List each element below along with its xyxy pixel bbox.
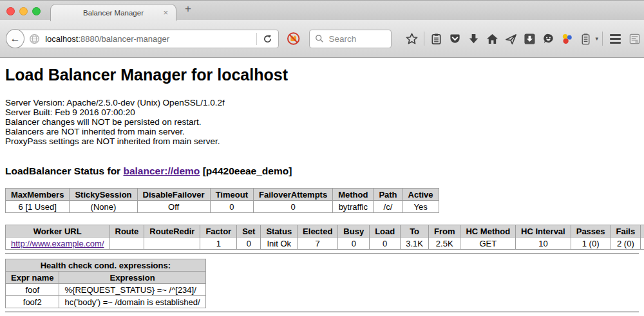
column-header: HC Interval bbox=[516, 225, 571, 237]
page-grid-icon[interactable] bbox=[629, 33, 641, 45]
tab-close-icon[interactable]: × bbox=[163, 8, 168, 17]
window-minimize-button[interactable] bbox=[19, 7, 28, 15]
column-header: Timeout bbox=[210, 189, 253, 201]
downloads-icon[interactable] bbox=[468, 33, 480, 45]
new-tab-button[interactable]: + bbox=[185, 3, 191, 15]
battery-list-icon[interactable] bbox=[580, 33, 592, 45]
globe-icon bbox=[29, 33, 40, 44]
column-header: FailoverAttempts bbox=[253, 189, 332, 201]
cell-passes: 1 (0) bbox=[571, 237, 611, 250]
cell-expr-name: foof bbox=[6, 284, 59, 296]
table-header-row: Expr name Expression bbox=[6, 272, 206, 284]
url-input[interactable]: localhost:8880/balancer-manager bbox=[45, 34, 169, 44]
column-header: Path bbox=[374, 189, 402, 201]
cell-busy: 0 bbox=[338, 237, 370, 250]
balancer-heading-prefix: LoadBalancer Status for bbox=[5, 165, 123, 176]
server-built-line: Server Built: Feb 9 2016 07:00:20 bbox=[5, 107, 639, 117]
column-header: RouteRedir bbox=[144, 225, 200, 237]
column-header: StickySession bbox=[70, 189, 137, 201]
search-icon bbox=[315, 34, 324, 43]
cell-method: bytraffic bbox=[333, 201, 374, 213]
search-input[interactable] bbox=[328, 33, 389, 44]
clipboard-icon[interactable] bbox=[430, 33, 442, 45]
cell-timeout: 0 bbox=[210, 201, 253, 213]
worker-status-table: Worker URL Route RouteRedir Factor Set S… bbox=[5, 225, 644, 250]
chat-smiley-icon[interactable] bbox=[542, 33, 554, 45]
page-title: Load Balancer Manager for localhost bbox=[5, 66, 639, 84]
send-plane-icon[interactable] bbox=[505, 33, 517, 45]
table-header-row: MaxMembers StickySession DisableFailover… bbox=[6, 189, 439, 201]
table-row: foof %{REQUEST_STATUS} =~ /^[234]/ bbox=[6, 284, 206, 296]
proxypass-notice-line: ProxyPass settings are NOT inherited fro… bbox=[5, 136, 639, 146]
menu-hamburger-icon[interactable] bbox=[610, 34, 621, 44]
back-button[interactable]: ← bbox=[6, 29, 24, 48]
column-header: HC uri bbox=[641, 225, 644, 237]
column-header: From bbox=[428, 225, 460, 237]
url-bar[interactable]: localhost:8880/balancer-manager bbox=[14, 30, 279, 48]
cell-maxmembers: 6 [1 Used] bbox=[6, 201, 70, 213]
toolbar-separator bbox=[424, 32, 424, 46]
cell-route bbox=[109, 237, 144, 250]
cell-expression: %{REQUEST_STATUS} =~ /^[234]/ bbox=[59, 284, 205, 296]
column-header: Set bbox=[237, 225, 261, 237]
column-header: Status bbox=[261, 225, 298, 237]
home-icon[interactable] bbox=[486, 33, 498, 45]
column-header: Passes bbox=[571, 225, 611, 237]
cell-factor: 1 bbox=[200, 237, 237, 250]
column-header: Load bbox=[370, 225, 401, 237]
balancer-heading: LoadBalancer Status for balancer://demo … bbox=[5, 165, 639, 177]
worker-url-link[interactable]: http://www.example.com/ bbox=[11, 239, 104, 248]
cell-worker-url: http://www.example.com/ bbox=[6, 237, 110, 250]
search-bar[interactable] bbox=[309, 30, 392, 48]
chevron-down-icon[interactable]: ▾ bbox=[595, 35, 598, 42]
toolbar-separator bbox=[602, 32, 603, 46]
table-row: http://www.example.com/ 1 0 Init Ok 7 0 … bbox=[6, 237, 644, 250]
window-close-button[interactable] bbox=[6, 7, 15, 15]
cell-failoverattempts: 0 bbox=[253, 201, 332, 213]
cell-stickysession: (None) bbox=[70, 201, 137, 213]
health-check-table: Health check cond. expressions: Expr nam… bbox=[5, 259, 206, 308]
cell-expr-name: foof2 bbox=[6, 296, 59, 308]
pocket-icon[interactable] bbox=[449, 33, 461, 45]
balancer-heading-suffix: [p4420eeae_demo] bbox=[200, 165, 292, 176]
column-header: Elected bbox=[298, 225, 338, 237]
column-header: Route bbox=[109, 225, 144, 237]
colored-dots-icon[interactable] bbox=[561, 33, 573, 45]
column-header: DisableFailover bbox=[137, 189, 210, 201]
column-header: Fails bbox=[611, 225, 641, 237]
window-maximize-button[interactable] bbox=[32, 7, 41, 15]
balancer-status-table: MaxMembers StickySession DisableFailover… bbox=[5, 188, 439, 213]
column-header: Active bbox=[402, 189, 439, 201]
health-table-title: Health check cond. expressions: bbox=[6, 259, 206, 272]
column-header: Expr name bbox=[6, 272, 59, 284]
page-content: Load Balancer Manager for localhost Serv… bbox=[0, 66, 644, 313]
column-header: Method bbox=[333, 189, 374, 201]
toolbar-icons: ▾ bbox=[402, 32, 644, 46]
reload-button[interactable] bbox=[263, 34, 272, 44]
plugin-blocked-icon[interactable] bbox=[287, 32, 300, 46]
column-header: Expression bbox=[59, 272, 205, 284]
cell-hc-interval: 10 bbox=[516, 237, 571, 250]
server-version-line: Server Version: Apache/2.5.0-dev (Unix) … bbox=[5, 98, 639, 107]
server-info: Server Version: Apache/2.5.0-dev (Unix) … bbox=[5, 98, 639, 146]
cell-routeredir bbox=[144, 237, 200, 250]
extension-download-icon[interactable] bbox=[524, 33, 536, 45]
cell-hc-method: GET bbox=[460, 237, 516, 250]
table-title-row: Health check cond. expressions: bbox=[6, 259, 206, 272]
cell-active: Yes bbox=[402, 201, 439, 213]
cell-hc-uri bbox=[641, 237, 644, 250]
browser-tab[interactable]: Balancer Manager × bbox=[50, 4, 176, 21]
browser-window: Balancer Manager × + ← localhost:8880/ba… bbox=[0, 0, 644, 58]
column-header: Factor bbox=[200, 225, 237, 237]
table-header-row: Worker URL Route RouteRedir Factor Set S… bbox=[6, 225, 644, 237]
persist-notice-line: Balancer changes will NOT be persisted o… bbox=[5, 117, 639, 127]
bookmark-star-icon[interactable] bbox=[406, 33, 418, 45]
table-row: foof2 hc('body') =~ /domain is establish… bbox=[6, 296, 206, 308]
cell-status: Init Ok bbox=[261, 237, 298, 250]
balancer-link[interactable]: balancer://demo bbox=[123, 165, 200, 176]
cell-expression: hc('body') =~ /domain is established/ bbox=[59, 296, 205, 308]
table-row: 6 [1 Used] (None) Off 0 0 bytraffic /c/ … bbox=[6, 201, 439, 213]
cell-fails: 2 (0) bbox=[611, 237, 641, 250]
urlbar-divider bbox=[256, 33, 257, 45]
tab-bar: Balancer Manager × + bbox=[0, 0, 644, 20]
